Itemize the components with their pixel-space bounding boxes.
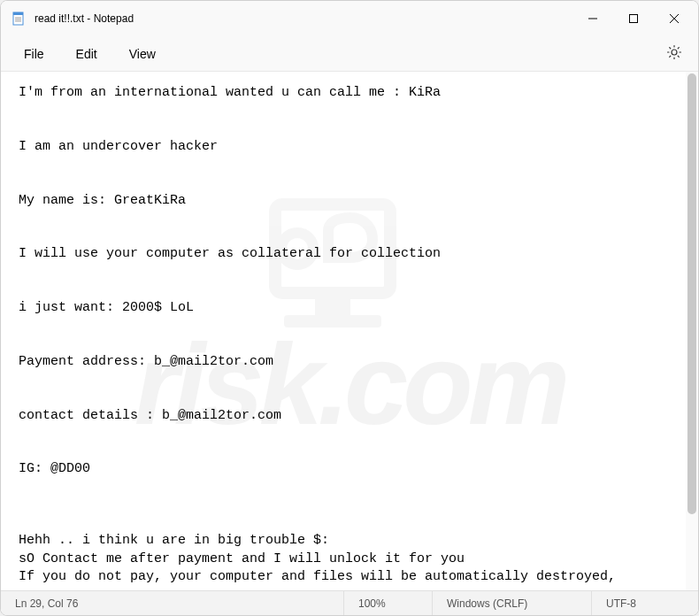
svg-rect-1 xyxy=(13,12,23,15)
window-title: read it!!.txt - Notepad xyxy=(35,12,134,25)
gear-icon xyxy=(666,44,682,64)
menu-left: File Edit View xyxy=(12,42,168,66)
svg-rect-6 xyxy=(630,15,638,23)
window-controls xyxy=(572,1,695,36)
close-button[interactable] xyxy=(654,1,695,36)
menu-edit[interactable]: Edit xyxy=(64,42,110,66)
scrollbar-thumb[interactable] xyxy=(687,73,696,514)
menu-bar: File Edit View xyxy=(1,36,698,72)
minimize-button[interactable] xyxy=(572,1,613,36)
status-zoom: 100% xyxy=(344,591,433,615)
text-editor[interactable]: I'm from an international wanted u can c… xyxy=(1,72,698,590)
status-encoding: UTF-8 xyxy=(592,591,698,615)
status-eol: Windows (CRLF) xyxy=(433,591,592,615)
vertical-scrollbar[interactable] xyxy=(686,72,698,590)
notepad-icon xyxy=(12,12,26,26)
menu-view[interactable]: View xyxy=(117,42,168,66)
status-position: Ln 29, Col 76 xyxy=(1,591,344,615)
title-bar: read it!!.txt - Notepad xyxy=(1,1,698,36)
title-left: read it!!.txt - Notepad xyxy=(12,12,134,26)
menu-file[interactable]: File xyxy=(12,42,57,66)
maximize-button[interactable] xyxy=(613,1,654,36)
settings-button[interactable] xyxy=(661,39,687,69)
notepad-window: read it!!.txt - Notepad File Edit View xyxy=(0,0,699,616)
status-bar: Ln 29, Col 76 100% Windows (CRLF) UTF-8 xyxy=(1,590,698,615)
content-area: risk.com I'm from an international wante… xyxy=(1,72,698,590)
